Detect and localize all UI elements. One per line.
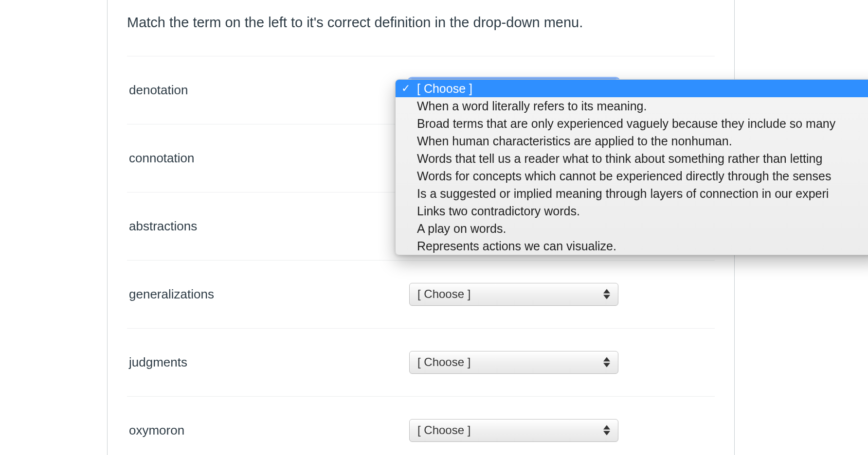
term-label: generalizations: [127, 287, 409, 302]
dropdown-option[interactable]: Words that tell us a reader what to thin…: [396, 150, 868, 167]
select-value: [ Choose ]: [417, 287, 470, 301]
dropdown-option[interactable]: A play on words.: [396, 220, 868, 237]
dropdown-option-label: Links two contradictory words.: [417, 204, 580, 218]
term-label: abstractions: [127, 219, 409, 234]
dropdown-option-label: Words for concepts which cannot be exper…: [417, 169, 831, 183]
select-caret-icon: [603, 357, 610, 368]
term-label: denotation: [127, 83, 409, 98]
dropdown-option[interactable]: When a word literally refers to its mean…: [396, 97, 868, 115]
select-wrap: [ Choose ]: [409, 283, 618, 306]
term-label: oxymoron: [127, 423, 409, 438]
dropdown-option-label: When human characteristics are applied t…: [417, 134, 732, 148]
term-label: judgments: [127, 355, 409, 370]
select-wrap: [ Choose ]: [409, 351, 618, 374]
definition-select-judgments[interactable]: [ Choose ]: [409, 351, 618, 374]
term-label: connotation: [127, 151, 409, 166]
match-row-oxymoron: oxymoron [ Choose ]: [127, 396, 715, 455]
dropdown-option-label: [ Choose ]: [417, 82, 472, 96]
match-row-judgments: judgments [ Choose ]: [127, 328, 715, 396]
dropdown-option-label: When a word literally refers to its mean…: [417, 99, 647, 113]
definition-select-oxymoron[interactable]: [ Choose ]: [409, 419, 618, 442]
dropdown-option[interactable]: Broad terms that are only experienced va…: [396, 115, 868, 132]
select-caret-icon: [603, 425, 610, 436]
dropdown-option-label: Is a suggested or implied meaning throug…: [417, 187, 829, 201]
dropdown-option[interactable]: Is a suggested or implied meaning throug…: [396, 185, 868, 202]
dropdown-option-label: Represents actions we can visualize.: [417, 239, 616, 253]
dropdown-option[interactable]: Represents actions we can visualize.: [396, 237, 868, 255]
select-caret-icon: [603, 289, 610, 299]
dropdown-option-choose[interactable]: ✓ [ Choose ]: [396, 80, 868, 97]
select-wrap: [ Choose ]: [409, 419, 618, 442]
question-instruction: Match the term on the left to it's corre…: [127, 13, 715, 33]
dropdown-option[interactable]: Words for concepts which cannot be exper…: [396, 167, 868, 185]
dropdown-option-label: Broad terms that are only experienced va…: [417, 117, 835, 131]
select-value: [ Choose ]: [417, 355, 470, 369]
dropdown-option-label: A play on words.: [417, 222, 506, 236]
definition-select-generalizations[interactable]: [ Choose ]: [409, 283, 618, 306]
definition-dropdown-open[interactable]: ✓ [ Choose ] When a word literally refer…: [395, 79, 868, 255]
check-icon: ✓: [401, 82, 410, 95]
match-row-generalizations: generalizations [ Choose ]: [127, 260, 715, 328]
select-value: [ Choose ]: [417, 423, 470, 437]
dropdown-option-label: Words that tell us a reader what to thin…: [417, 152, 822, 166]
dropdown-option[interactable]: Links two contradictory words.: [396, 202, 868, 220]
dropdown-option[interactable]: When human characteristics are applied t…: [396, 132, 868, 150]
